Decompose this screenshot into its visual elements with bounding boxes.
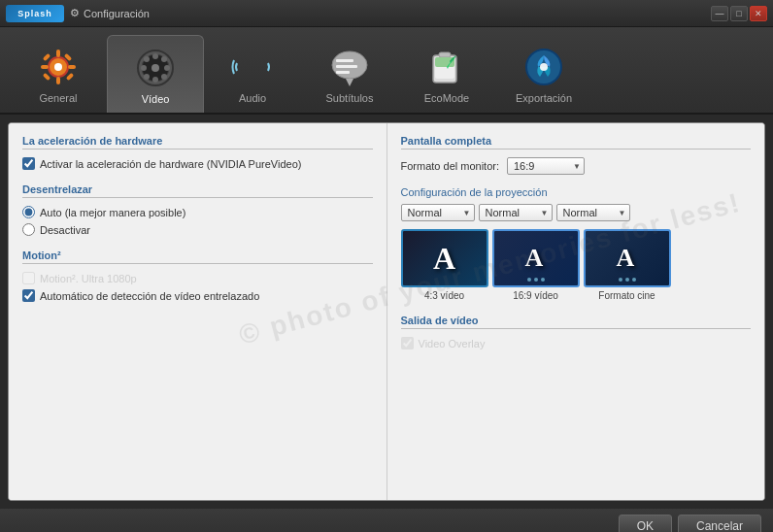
svg-point-12 (151, 64, 159, 72)
proj-select-wrapper-0: NormalStretchLetterbox (401, 204, 475, 221)
svg-point-17 (144, 56, 150, 62)
dot (534, 278, 538, 282)
svg-point-15 (141, 65, 147, 71)
svg-point-13 (152, 53, 158, 59)
audio-icon (231, 46, 274, 88)
deinterlace-section: Desentrelazar Auto (la mejor manera posi… (22, 183, 373, 236)
subtitles-icon (328, 46, 371, 88)
svg-point-19 (144, 74, 150, 80)
deinterlace-auto-row: Auto (la mejor manera posible) (22, 206, 373, 218)
svg-marker-28 (346, 79, 353, 86)
tab-video[interactable]: Vídeo (107, 35, 204, 113)
proj-letter-a-1: A (525, 244, 547, 273)
projection-images: A 4:3 vídeo A 16:9 v (401, 229, 752, 301)
svg-point-14 (152, 77, 158, 83)
projection-title: Configuración de la proyección (401, 186, 752, 198)
dot (619, 278, 622, 282)
proj-preview-2[interactable]: A (584, 229, 671, 287)
close-button[interactable]: ✕ (750, 6, 767, 21)
svg-rect-7 (66, 73, 74, 81)
proj-select-1[interactable]: NormalStretchLetterbox (479, 204, 553, 221)
proj-label-1: 16:9 vídeo (513, 290, 558, 301)
svg-rect-4 (41, 65, 49, 69)
svg-point-20 (161, 56, 167, 62)
proj-item-2: A Formato cine (584, 229, 671, 301)
proj-label-0: 4:3 vídeo (424, 290, 464, 301)
monitor-format-row: Formato del monitor: 16:9 4:3 16:10 (401, 157, 752, 175)
fullscreen-section: Pantalla completa Formato del monitor: 1… (401, 135, 752, 349)
svg-rect-30 (439, 52, 451, 57)
hardware-accel-label: Activar la aceleración de hardware (NVID… (40, 158, 301, 170)
tab-ecomode[interactable]: EcoMode (398, 35, 495, 113)
dot (527, 278, 531, 282)
svg-point-18 (161, 74, 167, 80)
tab-subtitles-label: Subtítulos (326, 92, 374, 104)
fullscreen-title: Pantalla completa (401, 135, 752, 150)
video-output-section: Salida de vídeo Video Overlay (401, 315, 752, 349)
svg-rect-27 (336, 59, 353, 62)
proj-preview-0[interactable]: A (401, 229, 488, 287)
proj-letter-a-0: A (433, 241, 455, 277)
hardware-accel-checkbox[interactable] (22, 157, 35, 170)
svg-rect-32 (435, 57, 454, 67)
right-panel: Pantalla completa Formato del monitor: 1… (387, 123, 765, 500)
video-icon (134, 47, 177, 89)
proj-select-2[interactable]: NormalStretchLetterbox (556, 204, 630, 221)
monitor-format-select-wrapper: 16:9 4:3 16:10 (507, 157, 585, 175)
tab-export[interactable]: Exportación (495, 35, 592, 113)
dots-overlay-1 (527, 278, 545, 282)
tab-export-label: Exportación (516, 92, 572, 104)
proj-item-1: A 16:9 vídeo (492, 229, 580, 301)
monitor-format-select[interactable]: 16:9 4:3 16:10 (507, 157, 585, 175)
video-overlay-label: Video Overlay (419, 338, 486, 349)
title-text: Configuración (84, 8, 150, 19)
proj-item-0: A 4:3 vídeo (401, 229, 488, 301)
svg-rect-6 (43, 53, 50, 61)
motion2-ultra-label: Motion². Ultra 1080p (40, 273, 137, 284)
motion2-auto-checkbox[interactable] (22, 289, 35, 302)
tab-subtitles[interactable]: Subtítulos (301, 35, 398, 113)
tab-audio[interactable]: Audio (204, 35, 301, 113)
motion2-ultra-checkbox[interactable] (22, 272, 35, 284)
svg-rect-3 (56, 77, 60, 84)
proj-select-wrapper-1: NormalStretchLetterbox (479, 204, 553, 221)
settings-icon: ⚙ (70, 7, 80, 19)
motion2-section: Motion² Motion². Ultra 1080p Automático … (22, 249, 373, 302)
hardware-accel-title: La aceleración de hardware (22, 135, 373, 150)
video-overlay-checkbox[interactable] (401, 337, 414, 349)
deinterlace-auto-radio[interactable] (22, 206, 35, 218)
svg-rect-5 (68, 65, 76, 69)
deinterlace-off-row: Desactivar (22, 223, 373, 236)
svg-rect-26 (336, 65, 357, 68)
hardware-accel-checkbox-row: Activar la aceleración de hardware (NVID… (22, 157, 373, 170)
proj-letter-a-2: A (617, 244, 638, 273)
left-panel: La aceleración de hardware Activar la ac… (9, 123, 387, 500)
ecomode-icon (425, 46, 468, 88)
tab-general[interactable]: General (10, 35, 107, 113)
title-bar-left: Splash ⚙ Configuración (6, 5, 150, 22)
motion2-ultra-row: Motion². Ultra 1080p (22, 272, 373, 284)
tab-video-label: Vídeo (142, 93, 170, 105)
minimize-button[interactable]: — (711, 6, 728, 21)
motion2-auto-label: Automático de detección de vídeo entrela… (40, 290, 259, 302)
app-name: Splash (17, 9, 52, 18)
deinterlace-title: Desentrelazar (22, 183, 373, 198)
cancel-button[interactable]: Cancelar (678, 515, 761, 532)
deinterlace-off-radio[interactable] (22, 223, 35, 236)
ok-button[interactable]: OK (619, 515, 672, 532)
proj-select-0[interactable]: NormalStretchLetterbox (401, 204, 475, 221)
proj-select-wrapper-2: NormalStretchLetterbox (556, 204, 630, 221)
motion2-title: Motion² (22, 249, 373, 264)
title-bar: Splash ⚙ Configuración — □ ✕ (0, 0, 773, 27)
proj-preview-1[interactable]: A (492, 229, 580, 287)
main-content: La aceleración de hardware Activar la ac… (8, 122, 765, 501)
svg-rect-2 (56, 50, 60, 57)
video-overlay-row: Video Overlay (401, 337, 752, 349)
app-logo: Splash (6, 5, 64, 22)
projection-selects: NormalStretchLetterbox NormalStretchLett… (401, 204, 752, 221)
nav-bar: General Vídeo (0, 27, 773, 115)
svg-rect-25 (336, 71, 350, 74)
tab-audio-label: Audio (239, 92, 266, 104)
app-window: Splash ⚙ Configuración — □ ✕ (0, 0, 773, 532)
maximize-button[interactable]: □ (730, 6, 748, 21)
